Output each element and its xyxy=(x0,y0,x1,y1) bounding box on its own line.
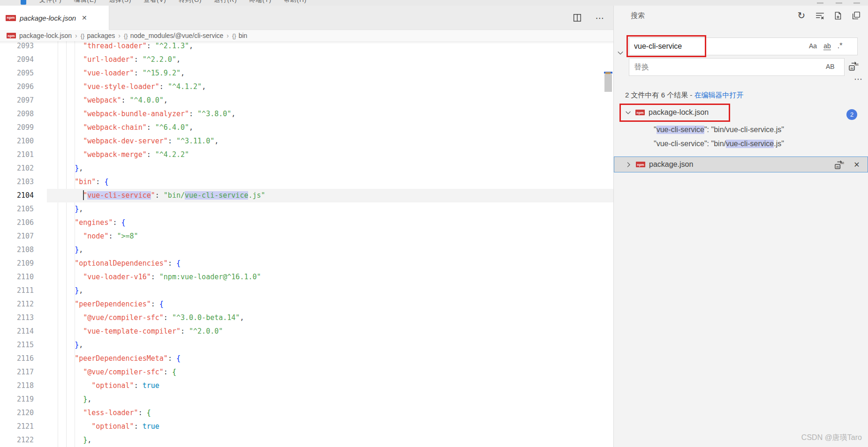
menu-item-clipped[interactable]: 文件(F) xyxy=(39,0,62,3)
code-line[interactable]: 2121 "optional": true xyxy=(0,420,613,433)
code-text[interactable]: }, xyxy=(34,243,83,257)
code-line[interactable]: 2120 "less-loader": { xyxy=(0,406,613,420)
menu-item-clipped[interactable]: 运行(R) xyxy=(214,0,237,3)
code-text[interactable]: "url-loader": "^2.2.0", xyxy=(34,53,181,67)
menu-item-clipped[interactable]: 帮助(H) xyxy=(284,0,307,3)
code-text[interactable]: }, xyxy=(34,202,83,216)
code-editor[interactable]: 2093 "thread-loader": "^2.1.3",2094 "url… xyxy=(0,41,613,447)
dismiss-result-icon[interactable]: ✕ xyxy=(852,159,862,170)
result-file-row-package-json[interactable]: npm package.json ac ab ✕ xyxy=(614,156,868,172)
code-text[interactable]: }, xyxy=(34,433,91,447)
code-text[interactable]: "webpack-chain": "^6.4.0", xyxy=(34,121,193,134)
code-line[interactable]: 2104 "vue-cli-service": "bin/vue-cli-ser… xyxy=(0,189,613,202)
code-line[interactable]: 2115 }, xyxy=(0,338,613,352)
search-match-row[interactable]: "vue-cli-service": "bin/vue-cli-service.… xyxy=(614,123,868,136)
split-editor-button[interactable] xyxy=(572,13,582,23)
code-line[interactable]: 2097 "webpack": "^4.0.0", xyxy=(0,94,613,107)
scrollbar-thumb[interactable] xyxy=(604,74,612,92)
code-text[interactable]: "peerDependencies": { xyxy=(34,298,164,311)
preserve-case-icon[interactable]: AB xyxy=(826,63,835,70)
breadcrumb-item[interactable]: {}packages xyxy=(81,32,115,39)
code-text[interactable]: "webpack-bundle-analyzer": "^3.8.0", xyxy=(34,107,235,121)
toggle-replace-chevron-icon[interactable] xyxy=(615,47,626,59)
code-text[interactable]: "engines": { xyxy=(34,216,126,230)
open-in-editor-icon[interactable] xyxy=(851,10,861,21)
code-text[interactable]: "vue-cli-service": "bin/vue-cli-service.… xyxy=(34,189,265,202)
code-line[interactable]: 2110 "vue-loader-v16": "npm:vue-loader@^… xyxy=(0,270,613,284)
code-line[interactable]: 2118 "optional": true xyxy=(0,379,613,393)
replace-input[interactable] xyxy=(629,58,845,76)
open-in-editor-link[interactable]: 在编辑器中打开 xyxy=(694,91,744,99)
code-line[interactable]: 2117 "@vue/compiler-sfc": { xyxy=(0,365,613,379)
code-line[interactable]: 2098 "webpack-bundle-analyzer": "^3.8.0"… xyxy=(0,107,613,121)
more-search-options-icon[interactable]: ⋯ xyxy=(854,74,863,84)
whole-word-icon[interactable]: ab xyxy=(823,42,831,50)
menu-item-clipped[interactable]: 编辑(E) xyxy=(74,0,97,3)
code-text[interactable]: "vue-loader-v16": "npm:vue-loader@^16.1.… xyxy=(34,270,261,284)
code-text[interactable]: "bin": { xyxy=(34,175,108,189)
menu-item-clipped[interactable]: 转到(G) xyxy=(179,0,202,3)
code-line[interactable]: 2111 }, xyxy=(0,284,613,298)
more-actions-button[interactable]: ⋯ xyxy=(595,13,605,23)
search-input-options: Aa ab .* xyxy=(809,42,842,50)
code-text[interactable]: "peerDependenciesMeta": { xyxy=(34,352,181,365)
menu-item-clipped[interactable]: 查看(V) xyxy=(143,0,166,3)
code-text[interactable]: "optional": true xyxy=(34,379,159,393)
code-line[interactable]: 2101 "webpack-merge": "^4.2.2" xyxy=(0,148,613,162)
code-line[interactable]: 2107 "node": ">=8" xyxy=(0,230,613,243)
code-line[interactable]: 2119 }, xyxy=(0,393,613,406)
code-line[interactable]: 2122 }, xyxy=(0,433,613,447)
code-text[interactable]: }, xyxy=(34,162,83,175)
code-text[interactable]: "optionalDependencies": { xyxy=(34,257,181,270)
breadcrumb-item[interactable]: npmpackage-lock.json xyxy=(7,32,72,39)
breadcrumb-item[interactable]: {}bin xyxy=(232,32,247,39)
editor-scrollbar[interactable] xyxy=(604,41,612,447)
code-line[interactable]: 2105 }, xyxy=(0,202,613,216)
breadcrumb-item[interactable]: {}node_modules/@vue/cli-service xyxy=(124,32,223,39)
line-number: 2120 xyxy=(0,406,34,420)
code-text[interactable]: }, xyxy=(34,338,83,352)
code-text[interactable]: "@vue/compiler-sfc": "^3.0.0-beta.14", xyxy=(34,311,244,325)
code-text[interactable]: "webpack-dev-server": "^3.11.0", xyxy=(34,134,219,148)
replace-all-in-file-icon[interactable]: ac ab xyxy=(834,159,844,170)
code-line[interactable]: 2106 "engines": { xyxy=(0,216,613,230)
code-line[interactable]: 2109 "optionalDependencies": { xyxy=(0,257,613,270)
menu-item-clipped[interactable]: 选择(S) xyxy=(109,0,131,3)
code-line[interactable]: 2096 "vue-style-loader": "^4.1.2", xyxy=(0,80,613,94)
match-case-icon[interactable]: Aa xyxy=(809,42,817,50)
code-text[interactable]: "@vue/compiler-sfc": { xyxy=(34,365,176,379)
chevron-right-icon[interactable] xyxy=(625,162,632,168)
code-line[interactable]: 2112 "peerDependencies": { xyxy=(0,298,613,311)
code-line[interactable]: 2108 }, xyxy=(0,243,613,257)
open-new-search-editor-icon[interactable] xyxy=(833,10,843,21)
code-text[interactable]: "vue-loader": "^15.9.2", xyxy=(34,67,185,80)
regex-icon[interactable]: .* xyxy=(838,42,843,50)
refresh-icon[interactable]: ↻ xyxy=(796,10,807,21)
code-line[interactable]: 2114 "vue-template-compiler": "^2.0.0" xyxy=(0,325,613,338)
code-line[interactable]: 2113 "@vue/compiler-sfc": "^3.0.0-beta.1… xyxy=(0,311,613,325)
code-text[interactable]: }, xyxy=(34,393,91,406)
code-line[interactable]: 2094 "url-loader": "^2.2.0", xyxy=(0,53,613,67)
clear-search-results-icon[interactable] xyxy=(815,10,825,21)
tab-close-icon[interactable]: ✕ xyxy=(82,14,87,22)
code-text[interactable]: "webpack": "^4.0.0", xyxy=(34,94,168,107)
chevron-down-icon[interactable] xyxy=(624,110,632,116)
code-text[interactable]: "node": ">=8" xyxy=(34,230,138,243)
code-line[interactable]: 2103 "bin": { xyxy=(0,175,613,189)
code-text[interactable]: "vue-style-loader": "^4.1.2", xyxy=(34,80,206,94)
result-file-row-package-lock[interactable]: npm package-lock.json xyxy=(614,105,868,120)
code-line[interactable]: 2100 "webpack-dev-server": "^3.11.0", xyxy=(0,134,613,148)
tab-package-lock-json[interactable]: npm package-lock.json ✕ xyxy=(0,6,109,30)
code-text[interactable]: "vue-template-compiler": "^2.0.0" xyxy=(34,325,223,338)
menu-item-clipped[interactable]: 终端(T) xyxy=(249,0,272,3)
search-match-row[interactable]: "vue-cli-service": "bin/vue-cli-service.… xyxy=(614,137,868,150)
code-text[interactable]: }, xyxy=(34,284,83,298)
code-text[interactable]: "optional": true xyxy=(34,420,159,433)
code-text[interactable]: "less-loader": { xyxy=(34,406,151,420)
code-text[interactable]: "webpack-merge": "^4.2.2" xyxy=(34,148,189,162)
code-line[interactable]: 2095 "vue-loader": "^15.9.2", xyxy=(0,67,613,80)
code-line[interactable]: 2102 }, xyxy=(0,162,613,175)
replace-all-button[interactable]: ac ab xyxy=(848,61,859,71)
code-line[interactable]: 2116 "peerDependenciesMeta": { xyxy=(0,352,613,365)
code-line[interactable]: 2099 "webpack-chain": "^6.4.0", xyxy=(0,121,613,134)
